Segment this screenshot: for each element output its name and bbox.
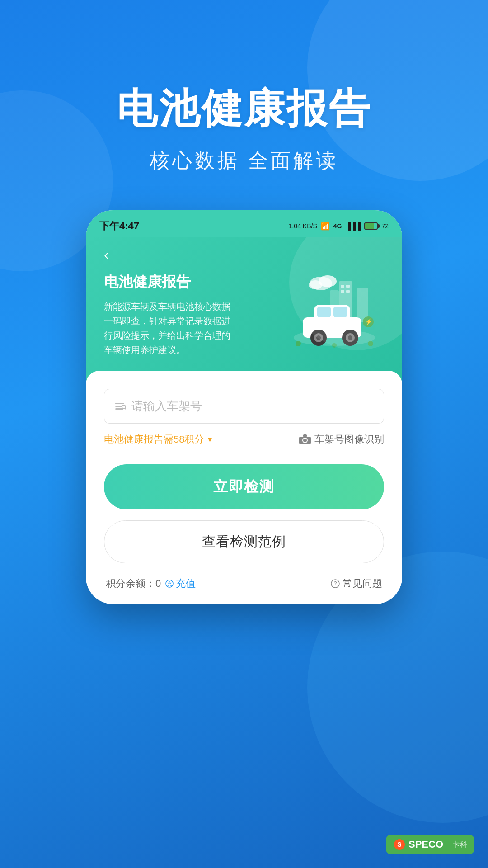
svg-text:S: S <box>397 841 401 848</box>
4g-icon: 4G <box>333 222 342 230</box>
points-info[interactable]: 电池健康报告需58积分 ▾ <box>104 433 212 446</box>
svg-rect-12 <box>314 305 350 321</box>
svg-point-19 <box>346 333 355 342</box>
svg-point-21 <box>363 316 374 327</box>
back-button[interactable]: ‹ <box>104 246 109 263</box>
recharge-text[interactable]: 充值 <box>176 577 196 590</box>
svg-text:⚡: ⚡ <box>365 318 373 326</box>
svg-point-24 <box>368 341 373 346</box>
svg-rect-14 <box>333 307 347 317</box>
svg-rect-3 <box>341 285 344 288</box>
form-card: 请输入车架号 电池健康报告需58积分 ▾ 车架号图像识别 立 <box>86 371 402 604</box>
camera-recognition[interactable]: 车架号图像识别 <box>299 433 384 446</box>
status-time: 下午4:47 <box>99 219 139 233</box>
page-main-title: 电池健康报告 <box>117 81 371 137</box>
vin-placeholder: 请输入车架号 <box>131 398 202 414</box>
brand-logo: S SPECO 卡科 <box>386 835 474 854</box>
svg-point-9 <box>309 280 322 289</box>
network-speed: 1.04 KB/S <box>289 222 317 230</box>
svg-rect-5 <box>341 290 344 293</box>
svg-rect-4 <box>346 285 350 288</box>
faq-link[interactable]: ? 常见问题 <box>331 577 382 590</box>
svg-point-8 <box>319 275 337 287</box>
svg-point-7 <box>310 277 332 290</box>
svg-text:充: 充 <box>167 581 172 586</box>
vin-input-wrap[interactable]: 请输入车架号 <box>104 389 384 424</box>
report-title: 电池健康报告 <box>104 272 285 292</box>
dropdown-icon[interactable]: ▾ <box>208 434 212 444</box>
svg-point-15 <box>310 330 327 346</box>
camera-label: 车架号图像识别 <box>314 433 384 446</box>
phone-header: ‹ 电池健康报告 新能源车辆及车辆电池核心数据一码即查，针对异常记录数据进行风险… <box>86 237 402 382</box>
svg-point-20 <box>348 335 352 340</box>
svg-point-17 <box>316 335 321 340</box>
svg-rect-26 <box>115 403 124 404</box>
status-icons: 1.04 KB/S 📶 4G ▐▐▐ 72 <box>289 222 389 231</box>
balance-label: 积分余额：0 <box>106 577 161 590</box>
svg-point-16 <box>314 333 323 342</box>
svg-rect-6 <box>346 290 350 293</box>
svg-rect-1 <box>357 288 368 322</box>
battery-percent: 72 <box>381 222 389 230</box>
svg-rect-0 <box>339 281 352 322</box>
faq-text: 常见问题 <box>343 577 382 590</box>
svg-rect-27 <box>115 406 122 407</box>
svg-rect-13 <box>317 307 331 317</box>
points-camera-row: 电池健康报告需58积分 ▾ 车架号图像识别 <box>104 433 384 446</box>
svg-point-23 <box>296 341 301 346</box>
logo-sub: 卡科 <box>453 840 467 849</box>
svg-rect-2 <box>330 290 339 322</box>
recharge-link[interactable]: 充 充值 <box>165 577 196 590</box>
svg-text:?: ? <box>334 580 337 587</box>
svg-point-18 <box>342 330 358 346</box>
logo-brand: SPECO <box>408 839 443 850</box>
example-button[interactable]: 查看检测范例 <box>104 520 384 563</box>
bottom-info-row: 积分余额：0 充 充值 ? 常见问题 <box>104 577 384 590</box>
page-sub-title: 核心数据 全面解读 <box>150 147 338 174</box>
svg-point-25 <box>332 343 337 348</box>
svg-rect-28 <box>115 408 123 410</box>
hd-icon: 📶 <box>321 222 330 231</box>
search-icon <box>115 402 126 411</box>
battery-icon <box>364 222 378 230</box>
phone-mockup: 下午4:47 1.04 KB/S 📶 4G ▐▐▐ 72 ‹ 电池健康报告 新能… <box>86 210 402 604</box>
status-bar: 下午4:47 1.04 KB/S 📶 4G ▐▐▐ 72 <box>86 210 402 237</box>
signal-icon: ▐▐▐ <box>345 222 361 230</box>
detect-button[interactable]: 立即检测 <box>104 464 384 509</box>
svg-rect-33 <box>303 434 307 437</box>
report-description: 新能源车辆及车辆电池核心数据一码即查，针对异常记录数据进行风险提示，并给出科学合… <box>104 299 230 357</box>
svg-line-30 <box>125 408 126 410</box>
car-illustration: ⚡ <box>285 272 384 354</box>
points-label: 电池健康报告需58积分 <box>104 433 204 446</box>
